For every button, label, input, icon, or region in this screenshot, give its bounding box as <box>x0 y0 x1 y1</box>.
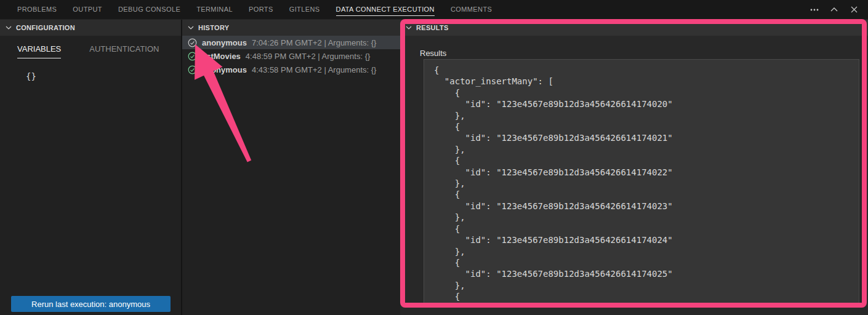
configuration-header[interactable]: CONFIGURATION <box>0 20 181 36</box>
close-panel-icon[interactable] <box>848 4 859 15</box>
history-item-meta: 7:04:26 PM GMT+2 | Arguments: {} <box>252 38 376 47</box>
panel-actions <box>809 4 859 15</box>
history-item-name: listMovies <box>202 52 241 61</box>
tab-ports[interactable]: PORTS <box>249 3 273 16</box>
panel-body: CONFIGURATION VARIABLESAUTHENTICATION {}… <box>0 20 868 315</box>
maximize-panel-icon[interactable] <box>829 4 840 15</box>
results-panel: RESULTS Results { "actor_insertMany": [ … <box>400 20 868 315</box>
rerun-button[interactable]: Rerun last execution: anonymous <box>11 296 171 312</box>
more-actions-icon[interactable] <box>809 4 820 15</box>
config-tab-variables[interactable]: VARIABLES <box>17 44 61 58</box>
configuration-tabs: VARIABLESAUTHENTICATION <box>17 44 181 58</box>
history-item-name: anonymous <box>202 38 247 47</box>
chevron-down-icon <box>6 26 12 30</box>
tab-problems[interactable]: PROBLEMS <box>17 3 57 16</box>
results-label: Results <box>420 49 868 58</box>
history-item-meta: 4:48:59 PM GMT+2 | Arguments: {} <box>246 52 370 61</box>
results-header[interactable]: RESULTS <box>400 20 868 36</box>
results-title: RESULTS <box>416 24 449 31</box>
check-circle-icon <box>188 65 197 74</box>
tab-gitlens[interactable]: GITLENS <box>289 3 320 16</box>
history-item[interactable]: anonymous7:04:26 PM GMT+2 | Arguments: {… <box>182 36 400 49</box>
tab-output[interactable]: OUTPUT <box>73 3 102 16</box>
history-header[interactable]: HISTORY <box>182 20 400 36</box>
variables-editor[interactable]: {} <box>26 71 181 81</box>
panel-tabbar: PROBLEMSOUTPUTDEBUG CONSOLETERMINALPORTS… <box>0 0 868 20</box>
tab-comments[interactable]: COMMENTS <box>451 3 492 16</box>
check-circle-icon <box>188 52 197 61</box>
panel-tabs: PROBLEMSOUTPUTDEBUG CONSOLETERMINALPORTS… <box>17 3 492 16</box>
history-item-name: anonymous <box>202 65 247 74</box>
bottom-panel: PROBLEMSOUTPUTDEBUG CONSOLETERMINALPORTS… <box>0 0 868 315</box>
configuration-panel: CONFIGURATION VARIABLESAUTHENTICATION {}… <box>0 20 182 315</box>
tab-data-connect-execution[interactable]: DATA CONNECT EXECUTION <box>336 3 435 16</box>
history-item[interactable]: anonymous4:43:58 PM GMT+2 | Arguments: {… <box>182 63 400 76</box>
tab-terminal[interactable]: TERMINAL <box>196 3 233 16</box>
check-circle-icon <box>188 38 197 47</box>
config-tab-authentication[interactable]: AUTHENTICATION <box>89 44 159 58</box>
results-json-output[interactable]: { "actor_insertMany": [ { "id": "123e456… <box>424 59 859 306</box>
configuration-title: CONFIGURATION <box>16 24 75 31</box>
history-title: HISTORY <box>198 24 229 31</box>
history-item[interactable]: listMovies4:48:59 PM GMT+2 | Arguments: … <box>182 49 400 63</box>
chevron-down-icon <box>188 26 194 30</box>
tab-debug-console[interactable]: DEBUG CONSOLE <box>118 3 180 16</box>
history-panel: HISTORY anonymous7:04:26 PM GMT+2 | Argu… <box>182 20 400 315</box>
history-list: anonymous7:04:26 PM GMT+2 | Arguments: {… <box>182 36 400 76</box>
history-item-meta: 4:43:58 PM GMT+2 | Arguments: {} <box>252 65 376 74</box>
chevron-down-icon <box>406 26 412 30</box>
